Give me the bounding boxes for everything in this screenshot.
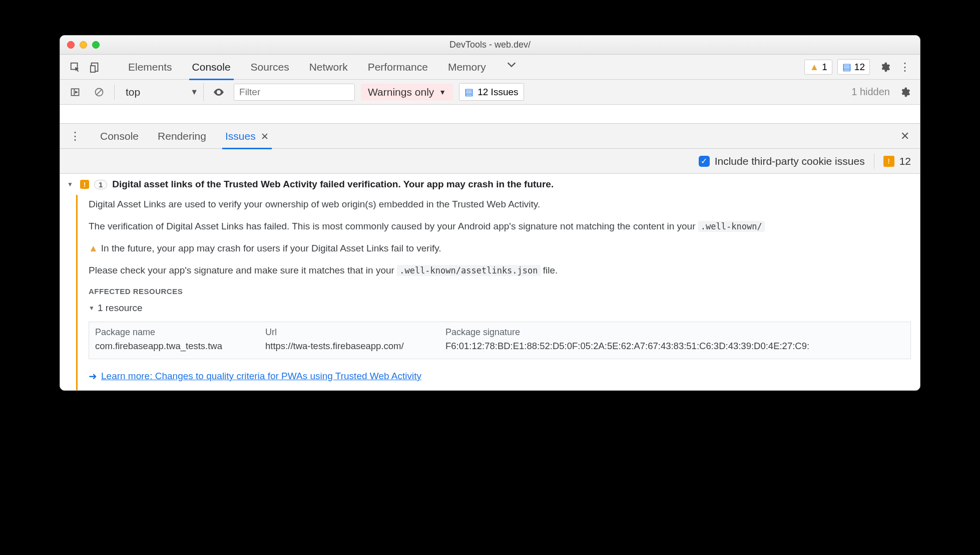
drawer-tab-console[interactable]: Console (97, 124, 142, 148)
tab-sources[interactable]: Sources (248, 55, 292, 79)
hidden-count[interactable]: 1 hidden (851, 86, 890, 98)
warnings-badge[interactable]: ▲ 1 (804, 60, 832, 75)
col-signature: Package signature (445, 327, 904, 338)
table-row[interactable]: com.firebaseapp.twa_tests.twa https://tw… (95, 341, 904, 352)
log-level-select[interactable]: Warnings only ▼ (361, 84, 453, 101)
more-icon[interactable]: ⋮ (896, 58, 914, 76)
eye-icon[interactable] (210, 83, 228, 101)
panel-tabs: Elements Console Sources Network Perform… (125, 55, 520, 79)
window-controls (60, 41, 100, 49)
caret-down-icon: ▼ (190, 88, 198, 97)
settings-icon[interactable] (876, 58, 894, 76)
context-label: top (126, 86, 140, 98)
drawer-tab-issues-label: Issues (225, 130, 256, 142)
issues-button-label: 12 Issues (477, 87, 518, 98)
divider (114, 85, 115, 100)
warning-icon: ▲ (89, 243, 98, 253)
sidebar-toggle-icon[interactable] (66, 83, 84, 101)
drawer-more-icon[interactable]: ⋮ (66, 127, 84, 145)
learn-more-link[interactable]: Learn more: Changes to quality criteria … (101, 371, 421, 382)
main-toolbar: Elements Console Sources Network Perform… (60, 55, 920, 80)
close-window-button[interactable] (67, 41, 75, 49)
console-settings-icon[interactable] (896, 83, 914, 101)
external-link-icon: ➜ (89, 370, 97, 382)
table-header-row: Package name Url Package signature (95, 327, 904, 338)
issue-paragraph: Please check your app's signature and ma… (89, 265, 911, 276)
device-toggle-icon[interactable] (86, 58, 104, 76)
status-badges: ▲ 1 ▤ 12 (804, 59, 870, 75)
resource-expand[interactable]: ▼ 1 resource (89, 303, 911, 314)
cell-package-name: com.firebaseapp.twa_tests.twa (95, 341, 265, 352)
code-snippet: .well-known/ (698, 221, 765, 232)
filter-input-wrap (234, 84, 355, 101)
minimize-window-button[interactable] (80, 41, 87, 49)
tab-elements[interactable]: Elements (125, 55, 175, 79)
issue-warning-paragraph: ▲In the future, your app may crash for u… (89, 243, 911, 254)
issue-paragraph: Digital Asset Links are used to verify y… (89, 199, 911, 210)
tab-console[interactable]: Console (189, 55, 234, 79)
message-icon: ▤ (464, 86, 473, 98)
checkbox-checked-icon: ✓ (699, 156, 710, 167)
issues-total: ! 12 (883, 155, 911, 167)
issue-paragraph: The verification of Digital Asset Links … (89, 221, 911, 232)
filter-input[interactable] (239, 87, 349, 98)
expand-icon: ▼ (67, 181, 73, 188)
resource-table: Package name Url Package signature com.f… (89, 322, 911, 359)
tab-memory[interactable]: Memory (445, 55, 489, 79)
issues-total-count: 12 (899, 155, 911, 167)
console-output-empty (60, 105, 920, 124)
issues-count-top: 12 (854, 62, 865, 73)
issue-row-header[interactable]: ▼ ! 1 Digital asset links of the Trusted… (60, 174, 920, 195)
divider (874, 154, 874, 169)
context-selector[interactable]: top ▼ (121, 83, 204, 101)
code-snippet: .well-known/assetlinks.json (397, 265, 540, 276)
learn-more-row: ➜ Learn more: Changes to quality criteri… (89, 370, 911, 382)
issue-count-badge: 1 (94, 180, 107, 189)
issues-button[interactable]: ▤ 12 Issues (459, 83, 524, 101)
tab-network[interactable]: Network (306, 55, 351, 79)
inspect-icon[interactable] (66, 58, 84, 76)
caret-down-icon: ▼ (89, 305, 95, 312)
close-icon[interactable]: ✕ (261, 131, 269, 142)
col-package-name: Package name (95, 327, 265, 338)
window-title: DevTools - web.dev/ (60, 40, 920, 50)
issue-icon: ! (80, 180, 89, 189)
zoom-window-button[interactable] (92, 41, 100, 49)
tab-performance[interactable]: Performance (365, 55, 431, 79)
issues-toolbar: ✓ Include third-party cookie issues ! 12 (60, 149, 920, 174)
drawer-close-icon[interactable]: ✕ (896, 127, 914, 145)
third-party-checkbox[interactable]: ✓ Include third-party cookie issues (699, 155, 865, 167)
resource-count: 1 resource (98, 303, 143, 314)
warnings-count: 1 (822, 62, 827, 73)
affected-resources-label: Affected Resources (89, 287, 911, 296)
log-level-label: Warnings only (368, 86, 434, 98)
issue-title: Digital asset links of the Trusted Web A… (112, 179, 554, 190)
cell-url: https://twa-tests.firebaseapp.com/ (265, 341, 445, 352)
issue-content: Digital Asset Links are used to verify y… (76, 195, 920, 390)
drawer-tabs: ⋮ Console Rendering Issues ✕ ✕ (60, 124, 920, 149)
clear-console-icon[interactable] (90, 83, 108, 101)
issue-panel: ▼ ! 1 Digital asset links of the Trusted… (60, 174, 920, 390)
svg-rect-2 (91, 66, 95, 72)
col-url: Url (265, 327, 445, 338)
devtools-window: DevTools - web.dev/ Elements Console Sou… (60, 35, 920, 391)
issue-icon: ! (883, 156, 894, 167)
checkbox-label: Include third-party cookie issues (715, 155, 865, 167)
cell-signature: F6:01:12:78:BD:E1:88:52:D5:0F:05:2A:5E:6… (445, 341, 904, 352)
titlebar: DevTools - web.dev/ (60, 36, 920, 55)
warning-icon: ▲ (809, 62, 819, 73)
message-icon: ▤ (842, 61, 851, 73)
tab-overflow[interactable] (503, 55, 520, 79)
drawer-tab-issues[interactable]: Issues ✕ (222, 124, 272, 148)
console-toolbar: top ▼ Warnings only ▼ ▤ 12 Issues 1 hidd… (60, 80, 920, 105)
drawer-tab-rendering[interactable]: Rendering (155, 124, 209, 148)
caret-down-icon: ▼ (439, 88, 446, 96)
issues-badge[interactable]: ▤ 12 (837, 59, 870, 75)
